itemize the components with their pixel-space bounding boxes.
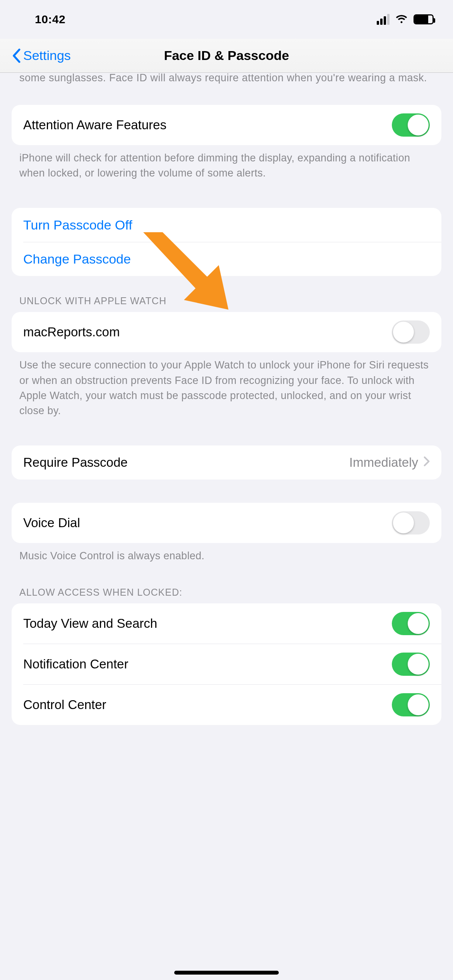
voice-dial-group: Voice Dial: [12, 503, 441, 543]
today-view-toggle[interactable]: [392, 612, 430, 635]
back-button[interactable]: Settings: [12, 48, 71, 63]
attention-aware-toggle[interactable]: [392, 113, 430, 137]
applewatch-footer: Use the secure connection to your Apple …: [0, 352, 453, 422]
passcode-group: Turn Passcode Off Change Passcode: [12, 208, 441, 276]
turn-passcode-off-label: Turn Passcode Off: [23, 218, 132, 233]
voice-dial-footer: Music Voice Control is always enabled.: [0, 543, 453, 567]
control-center-toggle[interactable]: [392, 693, 430, 716]
voice-dial-label: Voice Dial: [23, 516, 80, 530]
home-indicator: [174, 971, 279, 975]
attention-footer: iPhone will check for attention before d…: [0, 145, 453, 185]
allow-locked-group: Today View and Search Notification Cente…: [12, 603, 441, 725]
status-indicators: [377, 14, 434, 25]
require-passcode-label: Require Passcode: [23, 455, 128, 470]
chevron-right-icon: [424, 455, 430, 470]
mask-footer-text: some sunglasses. Face ID will always req…: [0, 70, 453, 105]
applewatch-header: UNLOCK WITH APPLE WATCH: [0, 276, 453, 312]
require-passcode-value: Immediately: [349, 455, 430, 470]
allow-locked-header: ALLOW ACCESS WHEN LOCKED:: [0, 567, 453, 603]
voice-dial-toggle[interactable]: [392, 511, 430, 535]
today-view-label: Today View and Search: [23, 616, 157, 631]
applewatch-device-row[interactable]: macReports.com: [12, 312, 441, 352]
control-center-row[interactable]: Control Center: [23, 684, 441, 725]
chevron-left-icon: [12, 48, 21, 63]
voice-dial-row[interactable]: Voice Dial: [12, 503, 441, 543]
attention-group: Attention Aware Features: [12, 105, 441, 145]
battery-icon: [414, 14, 434, 24]
turn-passcode-off-button[interactable]: Turn Passcode Off: [12, 208, 441, 242]
control-center-label: Control Center: [23, 697, 106, 712]
notification-center-label: Notification Center: [23, 657, 128, 672]
require-passcode-group: Require Passcode Immediately: [12, 445, 441, 480]
attention-aware-label: Attention Aware Features: [23, 118, 166, 132]
notification-center-toggle[interactable]: [392, 653, 430, 676]
applewatch-group: macReports.com: [12, 312, 441, 352]
nav-bar: Settings Face ID & Passcode: [0, 39, 453, 73]
applewatch-device-label: macReports.com: [23, 325, 120, 339]
wifi-icon: [395, 14, 408, 24]
status-bar: 10:42: [0, 0, 453, 39]
notification-center-row[interactable]: Notification Center: [23, 644, 441, 684]
today-view-row[interactable]: Today View and Search: [12, 603, 441, 644]
back-label: Settings: [23, 48, 71, 63]
applewatch-device-toggle[interactable]: [392, 320, 430, 344]
attention-aware-row[interactable]: Attention Aware Features: [12, 105, 441, 145]
cellular-icon: [377, 14, 390, 25]
change-passcode-button[interactable]: Change Passcode: [23, 242, 441, 276]
change-passcode-label: Change Passcode: [23, 252, 131, 267]
status-time: 10:42: [35, 13, 65, 26]
require-passcode-row[interactable]: Require Passcode Immediately: [12, 445, 441, 480]
